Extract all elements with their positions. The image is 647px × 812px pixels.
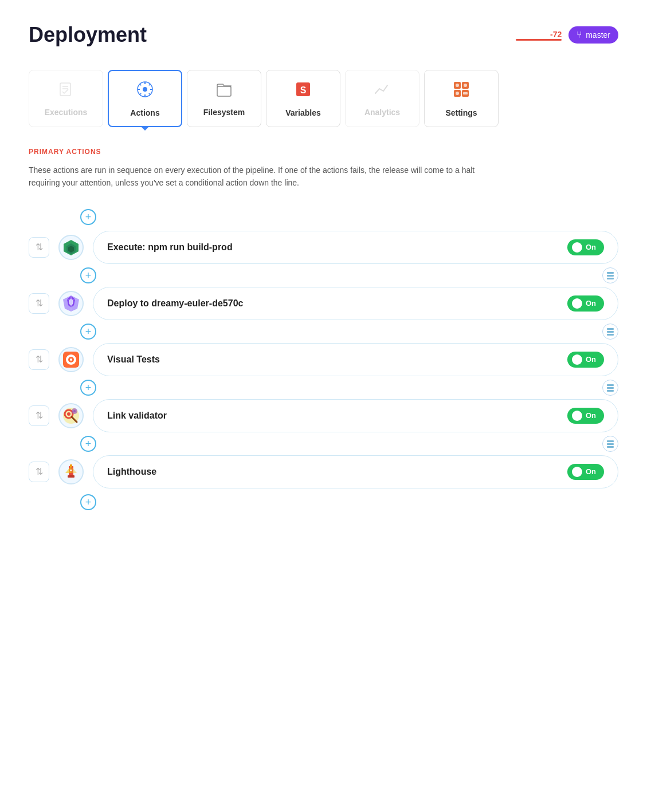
tab-analytics[interactable]: Analytics xyxy=(345,70,419,127)
drag-handle-5[interactable]: ⇅ xyxy=(29,462,49,482)
add-action-button-bottom[interactable]: + xyxy=(80,494,96,510)
sort-icon-4[interactable] xyxy=(602,436,618,452)
toggle-circle-5 xyxy=(572,467,582,477)
action-icon-3 xyxy=(58,347,84,372)
svg-rect-53 xyxy=(607,446,614,448)
actions-icon xyxy=(136,80,154,103)
toggle-label-2: On xyxy=(586,299,596,308)
toggle-5[interactable]: On xyxy=(567,464,604,480)
primary-actions-section: PRIMARY ACTIONS These actions are run in… xyxy=(29,148,618,513)
tab-analytics-label: Analytics xyxy=(364,108,400,117)
add-action-button-top[interactable]: + xyxy=(80,209,96,225)
toggle-2[interactable]: On xyxy=(567,295,604,312)
svg-line-11 xyxy=(149,84,151,85)
svg-text:S: S xyxy=(300,85,307,95)
svg-rect-27 xyxy=(607,272,614,274)
commit-bar xyxy=(516,39,562,41)
sort-icon-1[interactable] xyxy=(602,267,618,283)
svg-point-21 xyxy=(464,84,467,87)
svg-point-47 xyxy=(67,412,70,416)
action-name-2: Deploy to dreamy-euler-de570c xyxy=(107,298,243,309)
svg-rect-35 xyxy=(607,328,614,330)
filesystem-icon xyxy=(215,81,233,102)
svg-point-22 xyxy=(456,92,459,95)
svg-rect-55 xyxy=(68,475,74,478)
add-action-button-1[interactable]: + xyxy=(80,267,96,283)
tab-settings-label: Settings xyxy=(445,108,477,117)
svg-rect-42 xyxy=(607,384,614,386)
sort-icon-3[interactable] xyxy=(602,380,618,396)
tab-variables[interactable]: S Variables xyxy=(266,70,340,127)
action-name-3: Visual Tests xyxy=(107,354,160,365)
svg-rect-57 xyxy=(70,470,72,471)
svg-rect-51 xyxy=(607,440,614,442)
toggle-circle-3 xyxy=(572,354,582,365)
svg-point-4 xyxy=(143,87,147,92)
action-card-2[interactable]: Deploy to dreamy-euler-de570c On xyxy=(93,287,618,320)
analytics-icon xyxy=(374,81,391,102)
tab-variables-label: Variables xyxy=(285,108,321,117)
tab-executions[interactable]: Executions xyxy=(29,70,103,127)
svg-rect-0 xyxy=(60,83,70,96)
svg-rect-52 xyxy=(607,443,614,445)
settings-icon xyxy=(452,80,470,103)
action-card-5[interactable]: Lighthouse On xyxy=(93,455,618,488)
action-icon-1 xyxy=(58,235,84,260)
add-action-button-2[interactable]: + xyxy=(80,324,96,340)
action-card-4[interactable]: Link validator On xyxy=(93,399,618,432)
toggle-3[interactable]: On xyxy=(567,352,604,368)
add-btn-row-top: + xyxy=(29,209,96,225)
action-card-3[interactable]: Visual Tests On xyxy=(93,343,618,376)
action-row-1: ⇅ Execute: npm run build-prod On xyxy=(29,227,618,267)
action-icon-2 xyxy=(58,291,84,316)
svg-rect-36 xyxy=(607,331,614,333)
svg-rect-44 xyxy=(607,390,614,392)
toggle-circle-1 xyxy=(572,242,582,253)
page-title: Deployment xyxy=(29,23,147,47)
header-right: -72 ⑂ master xyxy=(516,26,618,44)
action-name-5: Lighthouse xyxy=(107,467,156,477)
drag-handle-3[interactable]: ⇅ xyxy=(29,349,49,370)
action-icon-5 xyxy=(58,459,84,484)
page-header: Deployment -72 ⑂ master xyxy=(29,23,618,47)
svg-rect-28 xyxy=(607,275,614,277)
branch-badge[interactable]: ⑂ master xyxy=(568,26,618,44)
commit-number: -72 xyxy=(550,30,562,39)
svg-rect-43 xyxy=(607,387,614,389)
tab-actions[interactable]: Actions xyxy=(108,70,182,127)
add-btn-row-bottom: + xyxy=(29,494,96,510)
action-row-3: ⇅ Visual Tests On xyxy=(29,340,618,380)
section-description: These actions are run in sequence on eve… xyxy=(29,164,499,190)
tab-actions-label: Actions xyxy=(130,108,159,117)
action-icon-4 xyxy=(58,403,84,428)
action-card-1[interactable]: Execute: npm run build-prod On xyxy=(93,231,618,264)
add-action-button-4[interactable]: + xyxy=(80,436,96,452)
svg-line-12 xyxy=(140,93,142,94)
svg-point-20 xyxy=(456,84,459,87)
toggle-circle-4 xyxy=(572,411,582,421)
tab-filesystem-label: Filesystem xyxy=(203,108,245,117)
tabs-bar: Executions Actions Fil xyxy=(29,70,618,127)
tab-settings[interactable]: Settings xyxy=(424,70,499,127)
drag-handle-1[interactable]: ⇅ xyxy=(29,237,49,258)
svg-point-41 xyxy=(70,358,72,361)
drag-handle-4[interactable]: ⇅ xyxy=(29,405,49,426)
action-row-4: ⇅ Link validator On xyxy=(29,396,618,436)
action-name-1: Execute: npm run build-prod xyxy=(107,242,233,253)
drag-handle-2[interactable]: ⇅ xyxy=(29,293,49,314)
add-action-button-3[interactable]: + xyxy=(80,380,96,396)
commit-indicator: -72 xyxy=(516,30,562,41)
svg-line-10 xyxy=(149,93,151,94)
tab-executions-label: Executions xyxy=(45,108,88,117)
toggle-1[interactable]: On xyxy=(567,239,604,255)
toggle-label-3: On xyxy=(586,355,596,364)
toggle-4[interactable]: On xyxy=(567,408,604,424)
section-title: PRIMARY ACTIONS xyxy=(29,148,618,156)
svg-rect-13 xyxy=(217,86,231,96)
action-name-4: Link validator xyxy=(107,411,167,421)
toggle-circle-2 xyxy=(572,298,582,309)
action-row-5: ⇅ Lighthouse On xyxy=(29,452,618,492)
svg-rect-23 xyxy=(463,92,468,94)
sort-icon-2[interactable] xyxy=(602,324,618,340)
tab-filesystem[interactable]: Filesystem xyxy=(187,70,261,127)
